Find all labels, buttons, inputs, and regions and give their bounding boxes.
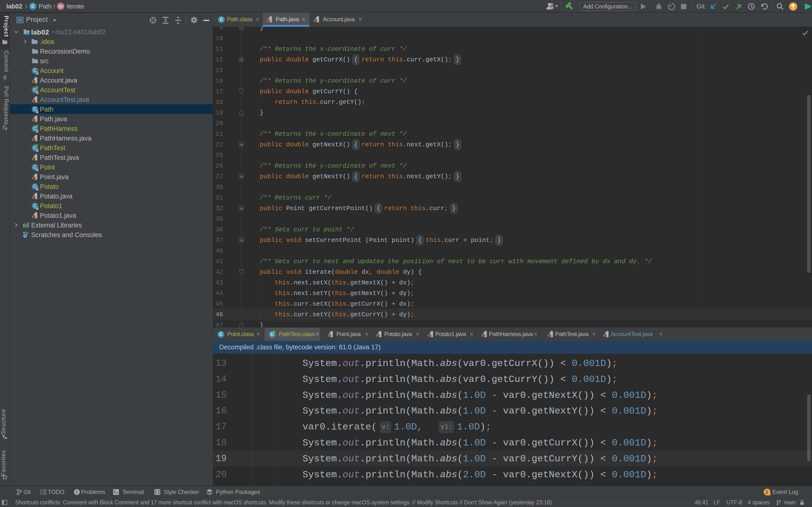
svg-text:J: J (33, 80, 34, 84)
svg-text:J: J (314, 19, 316, 23)
svg-text:J: J (328, 334, 330, 338)
svg-text:J: J (377, 334, 378, 338)
svg-text:J: J (33, 100, 34, 103)
svg-text:J: J (33, 119, 34, 122)
svg-text:J: J (482, 334, 484, 338)
svg-text:J: J (33, 177, 34, 180)
svg-text:J: J (604, 334, 606, 338)
svg-text:J: J (33, 196, 34, 200)
svg-text:J: J (33, 215, 34, 219)
svg-text:J: J (548, 334, 550, 338)
svg-text:J: J (33, 138, 34, 142)
svg-text:J: J (267, 19, 269, 23)
svg-text:J: J (428, 334, 430, 338)
svg-text:J: J (33, 157, 34, 161)
